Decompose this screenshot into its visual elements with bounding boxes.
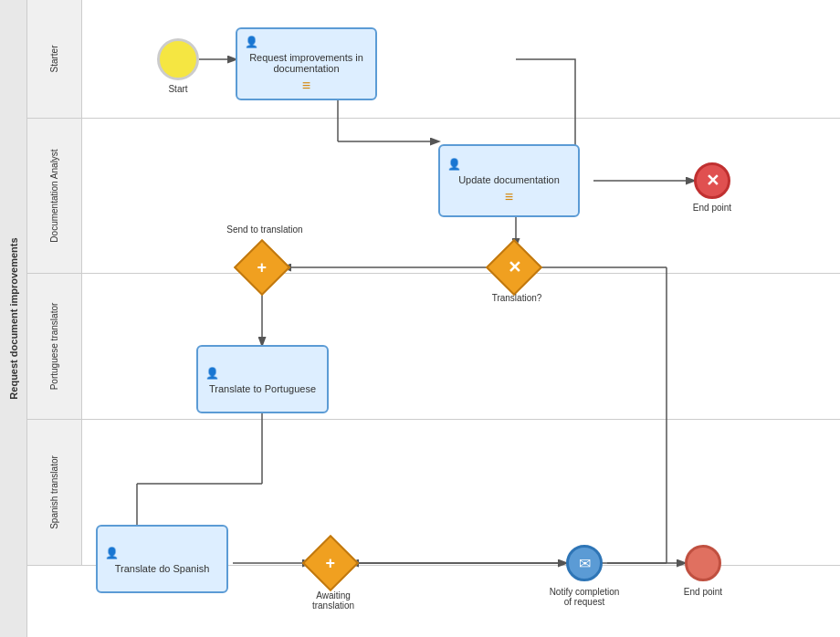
lane-doc-analyst-label: Documentation Analyst	[27, 119, 82, 273]
translate-spanish-task[interactable]: Translate do Spanish	[96, 525, 228, 593]
end-point-2-label: End point	[676, 587, 730, 597]
update-documentation-task[interactable]: Update documentation ≡	[438, 144, 580, 217]
awaiting-gateway-icon: +	[326, 553, 336, 572]
request-improvements-task[interactable]: Request improvements in documentation ≡	[236, 27, 377, 100]
notify-completion[interactable]: Notify completion of request	[566, 545, 603, 581]
end-circle-1: ✕	[694, 162, 730, 199]
notify-circle	[566, 545, 603, 581]
send-translation-icon: +	[257, 257, 268, 277]
lane-starter-label: Starter	[27, 0, 82, 118]
lane-portuguese-label: Portuguese translator	[27, 274, 82, 419]
awaiting-label: Awaiting translation	[297, 590, 370, 611]
end-circle-2	[685, 545, 721, 581]
user-icon-portuguese	[205, 365, 219, 380]
lane-portuguese: Portuguese translator	[27, 274, 840, 420]
translation-gateway-icon: ✕	[508, 257, 521, 277]
translate-portuguese-task[interactable]: Translate to Portuguese	[196, 345, 329, 413]
envelope-icon	[579, 554, 591, 573]
end-point-1[interactable]: ✕ End point	[694, 162, 730, 199]
translate-spanish-box: Translate do Spanish	[96, 525, 228, 593]
diagram-title: Request document improvements	[8, 237, 19, 399]
notify-label: Notify completion of request	[548, 587, 621, 607]
end-point-2[interactable]: End point	[685, 545, 721, 581]
diagram-title-bar: Request document improvements	[0, 0, 27, 637]
lane-spanish-label: Spanish translator	[27, 420, 82, 565]
start-event[interactable]: Start	[157, 38, 199, 80]
swimlanes: Starter Documentation Analyst Portuguese…	[27, 0, 840, 637]
update-doc-box: Update documentation ≡	[438, 144, 580, 217]
task-marker-update: ≡	[505, 189, 513, 205]
user-icon-update	[447, 156, 461, 171]
lane-starter: Starter	[27, 0, 840, 119]
start-circle	[157, 38, 199, 80]
task-marker-request: ≡	[302, 78, 310, 94]
request-improvements-box: Request improvements in documentation ≡	[236, 27, 377, 100]
translate-portuguese-box: Translate to Portuguese	[196, 345, 329, 413]
user-icon-spanish	[105, 545, 119, 559]
end-x-1: ✕	[706, 171, 719, 191]
user-icon-request	[245, 34, 258, 48]
diagram-container: Request document improvements Starter Do…	[0, 0, 840, 637]
